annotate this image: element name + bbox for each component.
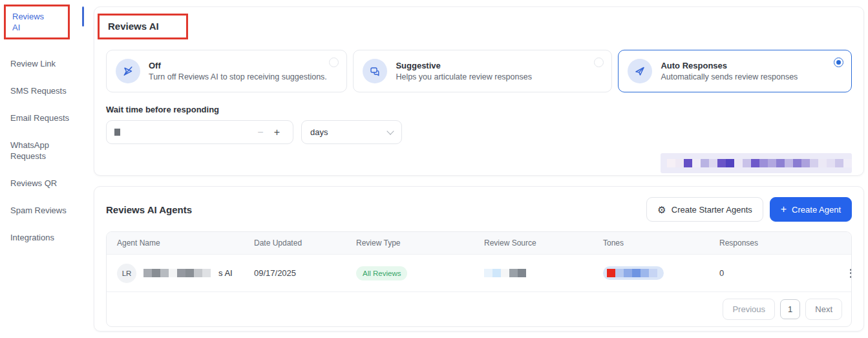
- option-description: Automatically sends review responses: [661, 72, 798, 81]
- sidebar-item-reviews-qr[interactable]: Reviews QR: [10, 178, 70, 189]
- next-button[interactable]: Next: [805, 299, 842, 320]
- column-header-tones: Tones: [603, 238, 719, 248]
- column-header-review-type: Review Type: [356, 238, 484, 248]
- agents-table: Agent Name Date Updated Review Type Revi…: [106, 231, 852, 327]
- column-header-responses: Responses: [719, 238, 846, 248]
- chat-bubbles-icon: [363, 59, 387, 83]
- plus-icon: +: [781, 204, 787, 215]
- send-icon: [628, 59, 652, 83]
- column-header-agent-name: Agent Name: [117, 238, 254, 248]
- redacted-tones: [603, 266, 664, 280]
- column-header-review-source: Review Source: [484, 238, 603, 248]
- agent-name-suffix: s AI: [218, 268, 233, 278]
- redacted-footer-area: [106, 153, 852, 173]
- active-section-indicator: [82, 6, 84, 26]
- radio-auto-responses[interactable]: [834, 58, 843, 67]
- option-text: Suggestive Helps you articulate review r…: [396, 61, 532, 81]
- sidebar-item-reviews-ai[interactable]: Reviews AI: [10, 9, 70, 39]
- create-starter-agents-label: Create Starter Agents: [672, 205, 752, 215]
- agents-title: Reviews AI Agents: [106, 204, 192, 215]
- redacted-review-source: [484, 269, 603, 277]
- minus-icon[interactable]: −: [252, 127, 268, 138]
- option-text: Off Turn off Reviews AI to stop receivin…: [149, 61, 327, 81]
- create-agent-button[interactable]: + Create Agent: [770, 197, 852, 222]
- annotation-box: Reviews AI: [4, 5, 70, 39]
- option-description: Helps you articulate review responses: [396, 72, 532, 81]
- create-starter-agents-button[interactable]: ⚙ Create Starter Agents: [646, 197, 763, 222]
- radio-suggestive[interactable]: [594, 58, 604, 67]
- table-header-row: Agent Name Date Updated Review Type Revi…: [107, 232, 851, 254]
- option-title: Auto Responses: [661, 61, 798, 70]
- settings-sidebar: Reviews AI Review Link SMS Requests Emai…: [0, 0, 84, 259]
- header-actions: ⚙ Create Starter Agents + Create Agent: [646, 197, 852, 222]
- option-title: Off: [149, 61, 327, 70]
- sidebar-item-integrations[interactable]: Integrations: [10, 232, 70, 243]
- kebab-menu-icon[interactable]: [846, 266, 852, 280]
- sidebar-item-spam-reviews[interactable]: Spam Reviews: [10, 205, 70, 216]
- responses-cell: 0: [719, 268, 846, 278]
- redacted-wait-value: [114, 129, 120, 136]
- agent-name-cell: LR s AI: [117, 264, 254, 283]
- create-agent-label: Create Agent: [792, 205, 841, 215]
- annotation-box: Reviews AI: [98, 14, 188, 39]
- option-description: Turn off Reviews AI to stop receiving su…: [149, 72, 327, 81]
- tones-cell: [603, 266, 719, 280]
- sidebar-item-review-link[interactable]: Review Link: [10, 58, 70, 69]
- wait-time-controls: − + days: [106, 120, 852, 144]
- review-type-cell: All Reviews: [356, 266, 484, 280]
- reviews-ai-settings-card: Reviews AI Off Turn off Reviews AI to st…: [94, 6, 864, 176]
- option-card-off[interactable]: Off Turn off Reviews AI to stop receivin…: [106, 50, 347, 92]
- sidebar-item-whatsapp-requests[interactable]: WhatsApp Requests: [10, 140, 70, 162]
- redacted-pixelated-content: [661, 153, 852, 173]
- option-card-auto-responses[interactable]: Auto Responses Automatically sends revie…: [618, 50, 852, 92]
- option-text: Auto Responses Automatically sends revie…: [661, 61, 798, 81]
- table-row[interactable]: LR s AI 09/17/2025 All Reviews 0: [107, 254, 851, 291]
- reviews-ai-agents-card: Reviews AI Agents ⚙ Create Starter Agent…: [94, 186, 864, 332]
- agents-header: Reviews AI Agents ⚙ Create Starter Agent…: [106, 197, 852, 222]
- wait-time-label: Wait time before responding: [106, 105, 852, 114]
- send-off-icon: [116, 59, 140, 83]
- date-updated-cell: 09/17/2025: [254, 268, 356, 278]
- wait-unit-select[interactable]: days: [301, 120, 402, 144]
- sidebar-item-label: Reviews AI: [12, 12, 44, 32]
- previous-button[interactable]: Previous: [723, 299, 775, 320]
- chevron-down-icon: [386, 127, 394, 134]
- wait-time-input[interactable]: − +: [106, 120, 293, 144]
- plus-icon[interactable]: +: [269, 127, 285, 138]
- page-1-button[interactable]: 1: [780, 299, 800, 319]
- mode-options: Off Turn off Reviews AI to stop receivin…: [106, 50, 852, 92]
- pagination: Previous 1 Next: [107, 291, 851, 326]
- column-header-date-updated: Date Updated: [254, 238, 356, 248]
- sidebar-item-sms-requests[interactable]: SMS Requests: [10, 85, 70, 96]
- main-content: Reviews AI Off Turn off Reviews AI to st…: [94, 6, 864, 332]
- radio-off[interactable]: [329, 58, 339, 67]
- redacted-agent-name: [143, 269, 211, 277]
- option-title: Suggestive: [396, 61, 532, 70]
- page-title: Reviews AI: [108, 21, 159, 32]
- sidebar-item-email-requests[interactable]: Email Requests: [10, 112, 70, 123]
- option-card-suggestive[interactable]: Suggestive Helps you articulate review r…: [353, 50, 612, 92]
- review-type-badge: All Reviews: [356, 266, 407, 280]
- wait-unit-value: days: [310, 127, 328, 137]
- gear-icon: ⚙: [657, 205, 666, 215]
- avatar: LR: [117, 264, 136, 283]
